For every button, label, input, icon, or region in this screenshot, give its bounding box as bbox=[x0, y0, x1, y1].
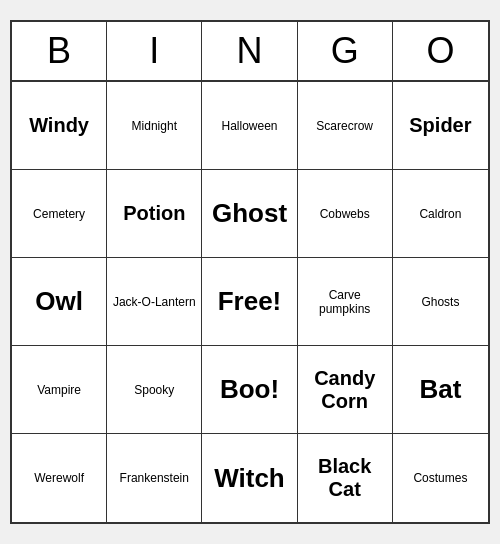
bingo-cell-text: Ghost bbox=[212, 198, 287, 229]
bingo-cell: Caldron bbox=[393, 170, 488, 258]
bingo-cell-text: Midnight bbox=[132, 119, 177, 133]
bingo-cell-text: Black Cat bbox=[302, 455, 388, 501]
bingo-cell: Windy bbox=[12, 82, 107, 170]
header-letter-b: B bbox=[12, 22, 107, 80]
bingo-cell: Bat bbox=[393, 346, 488, 434]
bingo-cell: Potion bbox=[107, 170, 202, 258]
bingo-cell-text: Cobwebs bbox=[320, 207, 370, 221]
bingo-cell: Witch bbox=[202, 434, 297, 522]
bingo-cell-text: Potion bbox=[123, 202, 185, 225]
bingo-cell: Jack-O-Lantern bbox=[107, 258, 202, 346]
header-letter-i: I bbox=[107, 22, 202, 80]
bingo-cell-text: Candy Corn bbox=[302, 367, 388, 413]
bingo-cell: Frankenstein bbox=[107, 434, 202, 522]
bingo-cell: Vampire bbox=[12, 346, 107, 434]
bingo-cell-text: Spooky bbox=[134, 383, 174, 397]
bingo-cell: Cemetery bbox=[12, 170, 107, 258]
header-letter-n: N bbox=[202, 22, 297, 80]
bingo-cell: Carve pumpkins bbox=[298, 258, 393, 346]
bingo-cell-text: Spider bbox=[409, 114, 471, 137]
bingo-cell: Spooky bbox=[107, 346, 202, 434]
bingo-cell: Werewolf bbox=[12, 434, 107, 522]
bingo-cell-text: Frankenstein bbox=[120, 471, 189, 485]
bingo-cell: Halloween bbox=[202, 82, 297, 170]
bingo-cell-text: Windy bbox=[29, 114, 89, 137]
bingo-cell: Ghost bbox=[202, 170, 297, 258]
bingo-cell-text: Ghosts bbox=[421, 295, 459, 309]
bingo-cell-text: Carve pumpkins bbox=[302, 288, 388, 316]
header-letter-g: G bbox=[298, 22, 393, 80]
bingo-cell-text: Bat bbox=[419, 374, 461, 405]
bingo-cell-text: Free! bbox=[218, 286, 282, 317]
bingo-cell: Black Cat bbox=[298, 434, 393, 522]
bingo-cell-text: Scarecrow bbox=[316, 119, 373, 133]
bingo-cell-text: Boo! bbox=[220, 374, 279, 405]
bingo-cell: Scarecrow bbox=[298, 82, 393, 170]
bingo-cell: Spider bbox=[393, 82, 488, 170]
bingo-cell: Midnight bbox=[107, 82, 202, 170]
bingo-card: BINGO WindyMidnightHalloweenScarecrowSpi… bbox=[10, 20, 490, 524]
bingo-cell-text: Jack-O-Lantern bbox=[113, 295, 196, 309]
bingo-cell-text: Witch bbox=[214, 463, 285, 494]
bingo-cell: Cobwebs bbox=[298, 170, 393, 258]
bingo-cell: Candy Corn bbox=[298, 346, 393, 434]
bingo-cell-text: Owl bbox=[35, 286, 83, 317]
bingo-cell: Boo! bbox=[202, 346, 297, 434]
bingo-cell: Ghosts bbox=[393, 258, 488, 346]
bingo-cell-text: Werewolf bbox=[34, 471, 84, 485]
bingo-cell-text: Caldron bbox=[419, 207, 461, 221]
bingo-cell-text: Vampire bbox=[37, 383, 81, 397]
bingo-grid: WindyMidnightHalloweenScarecrowSpiderCem… bbox=[12, 82, 488, 522]
header-letter-o: O bbox=[393, 22, 488, 80]
bingo-cell-text: Cemetery bbox=[33, 207, 85, 221]
bingo-cell-text: Halloween bbox=[221, 119, 277, 133]
bingo-cell: Costumes bbox=[393, 434, 488, 522]
bingo-cell: Free! bbox=[202, 258, 297, 346]
bingo-header: BINGO bbox=[12, 22, 488, 82]
bingo-cell: Owl bbox=[12, 258, 107, 346]
bingo-cell-text: Costumes bbox=[413, 471, 467, 485]
